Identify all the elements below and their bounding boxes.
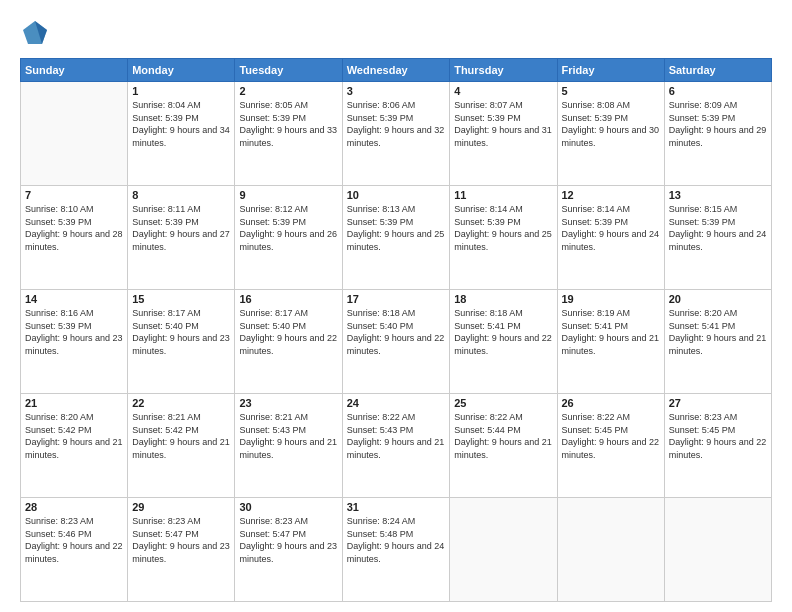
header-sunday: Sunday [21,59,128,82]
header-friday: Friday [557,59,664,82]
calendar-cell: 5Sunrise: 8:08 AMSunset: 5:39 PMDaylight… [557,82,664,186]
calendar-cell: 4Sunrise: 8:07 AMSunset: 5:39 PMDaylight… [450,82,557,186]
day-number: 24 [347,397,445,409]
day-number: 28 [25,501,123,513]
calendar-cell: 24Sunrise: 8:22 AMSunset: 5:43 PMDayligh… [342,394,449,498]
calendar-cell: 10Sunrise: 8:13 AMSunset: 5:39 PMDayligh… [342,186,449,290]
day-info: Sunrise: 8:10 AMSunset: 5:39 PMDaylight:… [25,203,123,253]
day-number: 9 [239,189,337,201]
calendar-cell: 7Sunrise: 8:10 AMSunset: 5:39 PMDaylight… [21,186,128,290]
calendar-cell: 2Sunrise: 8:05 AMSunset: 5:39 PMDaylight… [235,82,342,186]
calendar-cell: 19Sunrise: 8:19 AMSunset: 5:41 PMDayligh… [557,290,664,394]
day-number: 30 [239,501,337,513]
day-info: Sunrise: 8:21 AMSunset: 5:43 PMDaylight:… [239,411,337,461]
day-info: Sunrise: 8:14 AMSunset: 5:39 PMDaylight:… [454,203,552,253]
day-number: 20 [669,293,767,305]
calendar-cell [664,498,771,602]
calendar-cell: 13Sunrise: 8:15 AMSunset: 5:39 PMDayligh… [664,186,771,290]
day-number: 26 [562,397,660,409]
day-number: 18 [454,293,552,305]
day-number: 5 [562,85,660,97]
day-info: Sunrise: 8:23 AMSunset: 5:46 PMDaylight:… [25,515,123,565]
calendar-cell: 8Sunrise: 8:11 AMSunset: 5:39 PMDaylight… [128,186,235,290]
day-number: 19 [562,293,660,305]
day-info: Sunrise: 8:11 AMSunset: 5:39 PMDaylight:… [132,203,230,253]
calendar-cell: 15Sunrise: 8:17 AMSunset: 5:40 PMDayligh… [128,290,235,394]
calendar-cell: 23Sunrise: 8:21 AMSunset: 5:43 PMDayligh… [235,394,342,498]
calendar-cell: 20Sunrise: 8:20 AMSunset: 5:41 PMDayligh… [664,290,771,394]
day-number: 6 [669,85,767,97]
logo [20,18,54,48]
day-number: 25 [454,397,552,409]
day-number: 31 [347,501,445,513]
calendar-cell: 26Sunrise: 8:22 AMSunset: 5:45 PMDayligh… [557,394,664,498]
calendar-cell: 11Sunrise: 8:14 AMSunset: 5:39 PMDayligh… [450,186,557,290]
day-number: 7 [25,189,123,201]
day-info: Sunrise: 8:14 AMSunset: 5:39 PMDaylight:… [562,203,660,253]
calendar-cell: 21Sunrise: 8:20 AMSunset: 5:42 PMDayligh… [21,394,128,498]
day-number: 16 [239,293,337,305]
day-number: 10 [347,189,445,201]
calendar-cell: 6Sunrise: 8:09 AMSunset: 5:39 PMDaylight… [664,82,771,186]
day-info: Sunrise: 8:20 AMSunset: 5:42 PMDaylight:… [25,411,123,461]
calendar-cell: 22Sunrise: 8:21 AMSunset: 5:42 PMDayligh… [128,394,235,498]
day-number: 29 [132,501,230,513]
calendar-cell: 14Sunrise: 8:16 AMSunset: 5:39 PMDayligh… [21,290,128,394]
day-info: Sunrise: 8:18 AMSunset: 5:40 PMDaylight:… [347,307,445,357]
calendar-cell: 18Sunrise: 8:18 AMSunset: 5:41 PMDayligh… [450,290,557,394]
calendar-cell: 3Sunrise: 8:06 AMSunset: 5:39 PMDaylight… [342,82,449,186]
day-info: Sunrise: 8:20 AMSunset: 5:41 PMDaylight:… [669,307,767,357]
calendar-cell: 29Sunrise: 8:23 AMSunset: 5:47 PMDayligh… [128,498,235,602]
day-info: Sunrise: 8:09 AMSunset: 5:39 PMDaylight:… [669,99,767,149]
day-info: Sunrise: 8:12 AMSunset: 5:39 PMDaylight:… [239,203,337,253]
day-info: Sunrise: 8:16 AMSunset: 5:39 PMDaylight:… [25,307,123,357]
day-info: Sunrise: 8:15 AMSunset: 5:39 PMDaylight:… [669,203,767,253]
calendar-cell: 16Sunrise: 8:17 AMSunset: 5:40 PMDayligh… [235,290,342,394]
logo-icon [20,18,50,48]
day-info: Sunrise: 8:13 AMSunset: 5:39 PMDaylight:… [347,203,445,253]
day-info: Sunrise: 8:19 AMSunset: 5:41 PMDaylight:… [562,307,660,357]
day-info: Sunrise: 8:05 AMSunset: 5:39 PMDaylight:… [239,99,337,149]
day-info: Sunrise: 8:24 AMSunset: 5:48 PMDaylight:… [347,515,445,565]
day-info: Sunrise: 8:18 AMSunset: 5:41 PMDaylight:… [454,307,552,357]
day-number: 21 [25,397,123,409]
header [20,18,772,48]
calendar-cell: 1Sunrise: 8:04 AMSunset: 5:39 PMDaylight… [128,82,235,186]
day-number: 15 [132,293,230,305]
week-row-4: 28Sunrise: 8:23 AMSunset: 5:46 PMDayligh… [21,498,772,602]
day-number: 8 [132,189,230,201]
calendar-cell: 27Sunrise: 8:23 AMSunset: 5:45 PMDayligh… [664,394,771,498]
calendar-header: SundayMondayTuesdayWednesdayThursdayFrid… [21,59,772,82]
week-row-1: 7Sunrise: 8:10 AMSunset: 5:39 PMDaylight… [21,186,772,290]
day-number: 13 [669,189,767,201]
day-info: Sunrise: 8:22 AMSunset: 5:45 PMDaylight:… [562,411,660,461]
header-monday: Monday [128,59,235,82]
day-number: 14 [25,293,123,305]
day-info: Sunrise: 8:22 AMSunset: 5:44 PMDaylight:… [454,411,552,461]
day-number: 4 [454,85,552,97]
day-number: 2 [239,85,337,97]
calendar-cell [450,498,557,602]
day-number: 23 [239,397,337,409]
day-info: Sunrise: 8:04 AMSunset: 5:39 PMDaylight:… [132,99,230,149]
week-row-3: 21Sunrise: 8:20 AMSunset: 5:42 PMDayligh… [21,394,772,498]
day-info: Sunrise: 8:08 AMSunset: 5:39 PMDaylight:… [562,99,660,149]
day-info: Sunrise: 8:23 AMSunset: 5:45 PMDaylight:… [669,411,767,461]
week-row-2: 14Sunrise: 8:16 AMSunset: 5:39 PMDayligh… [21,290,772,394]
calendar-cell [557,498,664,602]
header-wednesday: Wednesday [342,59,449,82]
day-info: Sunrise: 8:22 AMSunset: 5:43 PMDaylight:… [347,411,445,461]
day-number: 11 [454,189,552,201]
calendar-page: SundayMondayTuesdayWednesdayThursdayFrid… [0,0,792,612]
calendar-table: SundayMondayTuesdayWednesdayThursdayFrid… [20,58,772,602]
calendar-cell: 31Sunrise: 8:24 AMSunset: 5:48 PMDayligh… [342,498,449,602]
calendar-cell: 25Sunrise: 8:22 AMSunset: 5:44 PMDayligh… [450,394,557,498]
day-info: Sunrise: 8:06 AMSunset: 5:39 PMDaylight:… [347,99,445,149]
day-info: Sunrise: 8:07 AMSunset: 5:39 PMDaylight:… [454,99,552,149]
calendar-cell: 12Sunrise: 8:14 AMSunset: 5:39 PMDayligh… [557,186,664,290]
calendar-cell: 28Sunrise: 8:23 AMSunset: 5:46 PMDayligh… [21,498,128,602]
day-info: Sunrise: 8:17 AMSunset: 5:40 PMDaylight:… [239,307,337,357]
day-number: 27 [669,397,767,409]
day-number: 1 [132,85,230,97]
calendar-cell: 17Sunrise: 8:18 AMSunset: 5:40 PMDayligh… [342,290,449,394]
